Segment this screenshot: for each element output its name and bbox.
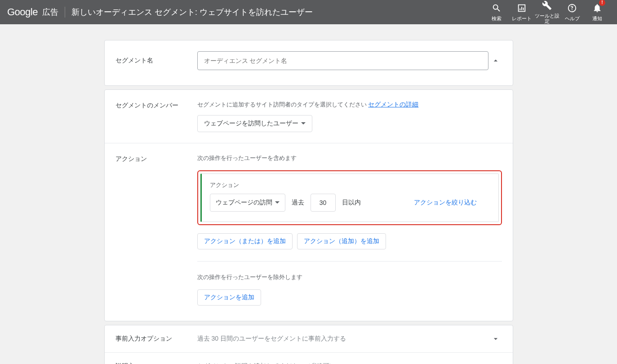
nav-help-label: ヘルプ bbox=[565, 16, 580, 21]
add-or-action-button[interactable]: アクション（または）を追加 bbox=[197, 233, 293, 249]
expand-prefill[interactable] bbox=[489, 333, 502, 345]
refine-action-link[interactable]: アクションを絞り込む bbox=[414, 199, 490, 207]
description-text: セグメントの説明を追加してください（省略可） bbox=[197, 362, 489, 364]
members-section: セグメントのメンバー セグメントに追加するサイト訪問者のタイプを選択してください… bbox=[105, 90, 513, 143]
description-label: 説明文 bbox=[115, 362, 197, 364]
action-card: アクション ウェブページの訪問 過去 日以内 アクションを絞り bbox=[200, 173, 499, 222]
description-row[interactable]: 説明文 セグメントの説明を追加してください（省略可） bbox=[105, 352, 513, 364]
action-card-highlight: アクション ウェブページの訪問 過去 日以内 アクションを絞り bbox=[197, 170, 502, 225]
nav-search-label: 検索 bbox=[492, 16, 502, 21]
add-action-buttons: アクション（または）を追加 アクション（追加）を追加 bbox=[197, 233, 502, 249]
actions-body: 次の操作を行ったユーザーを含めます アクション ウェブページの訪問 過去 bbox=[197, 154, 502, 306]
add-exclude-action-button[interactable]: アクションを追加 bbox=[197, 289, 261, 306]
caret-down-icon bbox=[275, 199, 280, 206]
top-bar: Google 広告 新しいオーディエンス セグメント: ウェブサイトを訪れたユー… bbox=[0, 0, 617, 24]
add-and-action-button[interactable]: アクション（追加）を追加 bbox=[297, 233, 386, 249]
expand-description[interactable] bbox=[489, 360, 502, 364]
nav-tools[interactable]: ツールと設定 bbox=[534, 0, 559, 24]
caret-down-icon bbox=[301, 120, 306, 127]
action-type-value: ウェブページの訪問 bbox=[216, 199, 272, 207]
nav-report[interactable]: レポート bbox=[509, 0, 534, 24]
nav-icons: 検索 レポート ツールと設定 ヘルプ ! 通知 bbox=[484, 0, 610, 24]
include-heading: 次の操作を行ったユーザーを含めます bbox=[197, 154, 502, 162]
nav-tools-label: ツールと設定 bbox=[534, 13, 559, 24]
members-label: セグメントのメンバー bbox=[115, 101, 197, 110]
nav-help[interactable]: ヘルプ bbox=[559, 0, 585, 24]
actions-section: アクション 次の操作を行ったユーザーを含めます アクション ウェブページの訪問 bbox=[105, 143, 513, 321]
logo: Google 広告 bbox=[7, 6, 58, 18]
segment-name-body bbox=[197, 51, 489, 70]
divider bbox=[197, 261, 502, 262]
logo-main: Google bbox=[7, 6, 38, 18]
exclude-heading: 次の操作を行ったユーザーを除外します bbox=[197, 273, 502, 281]
page-title: 新しいオーディエンス セグメント: ウェブサイトを訪れたユーザー bbox=[71, 7, 484, 18]
chart-icon bbox=[517, 3, 527, 15]
segment-details-link[interactable]: セグメントの詳細 bbox=[368, 101, 418, 108]
segment-name-row: セグメント名 bbox=[105, 40, 513, 85]
actions-label: アクション bbox=[115, 154, 197, 163]
wrench-icon bbox=[542, 0, 552, 12]
search-icon bbox=[492, 3, 502, 15]
prefill-label: 事前入力オプション bbox=[115, 335, 197, 343]
visitor-type-dropdown[interactable]: ウェブページを訪問したユーザー bbox=[197, 115, 312, 132]
main-container: セグメント名 セグメントのメンバー セグメントに追加するサイト訪問者のタイプを選… bbox=[104, 40, 513, 364]
past-label: 過去 bbox=[292, 199, 304, 207]
divider bbox=[65, 7, 65, 18]
segment-name-card: セグメント名 bbox=[104, 40, 513, 86]
prefill-row[interactable]: 事前入力オプション 過去 30 日間のユーザーをセグメントに事前入力する bbox=[105, 325, 513, 352]
visitor-type-value: ウェブページを訪問したユーザー bbox=[204, 120, 298, 128]
collapse-segment-name[interactable] bbox=[489, 54, 502, 67]
members-actions-card: セグメントのメンバー セグメントに追加するサイト訪問者のタイプを選択してください… bbox=[104, 89, 513, 321]
prefill-text: 過去 30 日間のユーザーをセグメントに事前入力する bbox=[197, 335, 489, 343]
segment-name-label: セグメント名 bbox=[115, 57, 197, 65]
action-type-dropdown[interactable]: ウェブページの訪問 bbox=[210, 194, 285, 212]
members-help: セグメントに追加するサイト訪問者のタイプを選択してください bbox=[197, 101, 367, 108]
members-body: セグメントに追加するサイト訪問者のタイプを選択してください セグメントの詳細 ウ… bbox=[197, 101, 502, 132]
add-exclude-row: アクションを追加 bbox=[197, 289, 502, 306]
options-card: 事前入力オプション 過去 30 日間のユーザーをセグメントに事前入力する 説明文… bbox=[104, 325, 513, 364]
segment-name-input[interactable] bbox=[197, 51, 488, 70]
nav-notifications-label: 通知 bbox=[592, 16, 602, 21]
notification-badge: ! bbox=[599, 0, 605, 6]
nav-search[interactable]: 検索 bbox=[484, 0, 509, 24]
days-input[interactable] bbox=[311, 194, 336, 212]
help-icon bbox=[567, 3, 577, 15]
action-line: ウェブページの訪問 過去 日以内 アクションを絞り込む bbox=[210, 194, 490, 212]
days-suffix: 日以内 bbox=[342, 199, 361, 207]
nav-notifications[interactable]: ! 通知 bbox=[585, 0, 610, 24]
nav-report-label: レポート bbox=[512, 16, 532, 21]
action-subtitle: アクション bbox=[210, 181, 490, 189]
logo-sub: 広告 bbox=[42, 7, 58, 18]
